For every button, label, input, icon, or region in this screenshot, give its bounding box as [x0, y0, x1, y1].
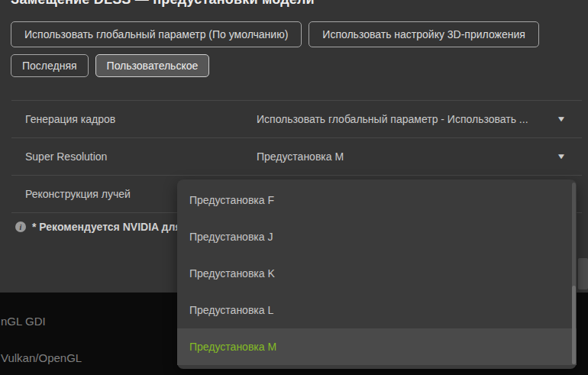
frame-generation-value: Использовать глобальный параметр - Испол…	[257, 113, 528, 125]
chevron-down-icon[interactable]: ▼	[556, 153, 566, 160]
dropdown-option-preset-l[interactable]: Предустановка L	[177, 292, 577, 328]
preset-source-button-group: Использовать глобальный параметр (По умо…	[11, 21, 539, 47]
preset-mode-button-group: Последняя Пользовательское	[11, 54, 209, 77]
dropdown-option-preset-k[interactable]: Предустановка K	[177, 255, 577, 292]
api-list-item: nGL GDI	[1, 315, 46, 328]
info-icon: i	[15, 221, 26, 232]
latest-button[interactable]: Последняя	[11, 54, 89, 77]
preset-dropdown-menu: Предустановка F Предустановка J Предуста…	[177, 179, 577, 369]
api-list-item: Vulkan/OpenGL	[1, 351, 82, 364]
dropdown-scrollbar-thumb[interactable]	[572, 286, 576, 364]
page-scrollbar-thumb[interactable]	[578, 258, 588, 289]
frame-generation-label: Генерация кадров	[25, 113, 239, 125]
dropdown-option-preset-j[interactable]: Предустановка J	[177, 218, 577, 255]
nvidia-recommendation-note: i * Рекомендуется NVIDIA для	[15, 221, 181, 233]
use-3d-app-setting-button[interactable]: Использовать настройку 3D-приложения	[309, 21, 538, 47]
page-title: Замещение DLSS — предустановки модели	[11, 0, 315, 8]
custom-button[interactable]: Пользовательское	[95, 54, 210, 77]
note-text: * Рекомендуется NVIDIA для	[32, 221, 181, 233]
super-resolution-value: Предустановка M	[257, 150, 344, 163]
use-global-default-button[interactable]: Использовать глобальный параметр (По умо…	[11, 21, 302, 47]
frame-generation-row: Генерация кадров Использовать глобальный…	[11, 100, 582, 137]
super-resolution-row: Super Resolution Предустановка M ▼	[11, 137, 582, 175]
super-resolution-label: Super Resolution	[25, 150, 239, 163]
dropdown-option-preset-m[interactable]: Предустановка M	[177, 328, 577, 365]
chevron-down-icon[interactable]: ▼	[556, 115, 566, 123]
dropdown-option-preset-f[interactable]: Предустановка F	[177, 182, 577, 218]
